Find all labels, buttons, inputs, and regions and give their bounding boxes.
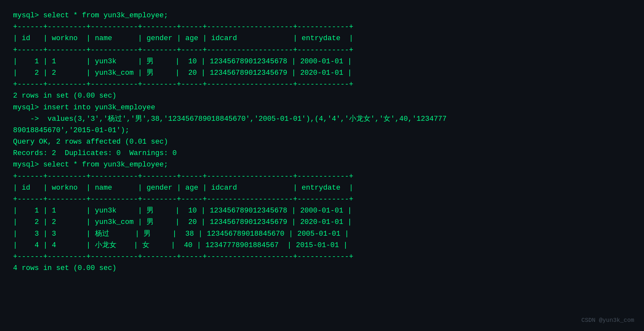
terminal-line: 89018845670','2015-01-01'); <box>13 125 631 136</box>
terminal-line: | 3 | 3 | 杨过 | 男 | 38 | 1234567890188456… <box>13 228 631 240</box>
terminal-line: 2 rows in set (0.00 sec) <box>13 90 631 102</box>
terminal-line: +------+---------+-----------+--------+-… <box>13 79 631 90</box>
watermark: CSDN @yun3k_com <box>581 316 634 325</box>
terminal-line: Records: 2 Duplicates: 0 Warnings: 0 <box>13 148 631 159</box>
terminal-line: mysql> select * from yun3k_employee; <box>13 159 631 170</box>
terminal-line: | 1 | 1 | yun3k | 男 | 10 | 1234567890123… <box>13 205 631 216</box>
terminal-line: +------+---------+-----------+--------+-… <box>13 194 631 205</box>
terminal-line: | id | workno | name | gender | age | id… <box>13 182 631 194</box>
terminal-line: +------+---------+-----------+--------+-… <box>13 251 631 262</box>
terminal-line: | id | workno | name | gender | age | id… <box>13 33 631 44</box>
terminal-line: | 4 | 4 | 小龙女 | 女 | 40 | 123477789018845… <box>13 240 631 251</box>
terminal-line: +------+---------+-----------+--------+-… <box>13 21 631 33</box>
terminal-output: mysql> select * from yun3k_employee;+---… <box>13 10 631 274</box>
terminal-line: | 1 | 1 | yun3k | 男 | 10 | 1234567890123… <box>13 56 631 67</box>
terminal-line: +------+---------+-----------+--------+-… <box>13 44 631 56</box>
terminal-line: 4 rows in set (0.00 sec) <box>13 262 631 274</box>
terminal-line: +------+---------+-----------+--------+-… <box>13 171 631 182</box>
terminal-line: Query OK, 2 rows affected (0.01 sec) <box>13 136 631 148</box>
terminal-line: mysql> insert into yun3k_employee <box>13 102 631 113</box>
terminal-line: -> values(3,'3','杨过','男',38,'12345678901… <box>13 113 631 125</box>
terminal-line: | 2 | 2 | yun3k_com | 男 | 20 | 123456789… <box>13 216 631 228</box>
terminal-line: | 2 | 2 | yun3k_com | 男 | 20 | 123456789… <box>13 67 631 79</box>
terminal-line: mysql> select * from yun3k_employee; <box>13 10 631 21</box>
